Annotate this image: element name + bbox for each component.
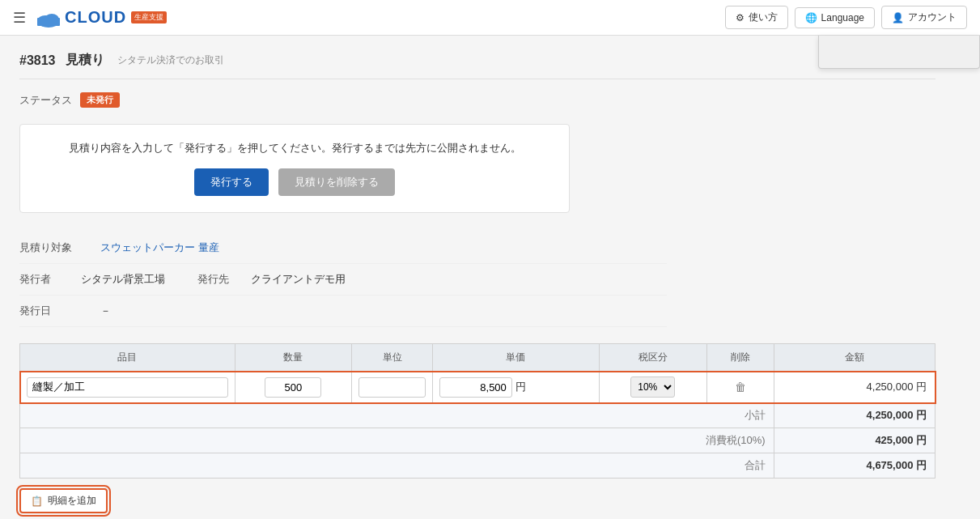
logo-text: CLOUD xyxy=(65,8,126,27)
dropdown-item-2[interactable] xyxy=(819,52,979,62)
item-unit-input[interactable] xyxy=(358,377,426,398)
tax-select[interactable]: 10% 8% 0% xyxy=(630,376,675,398)
status-badge: 未発行 xyxy=(80,92,120,108)
dropdown-item[interactable] xyxy=(819,42,979,52)
svg-rect-3 xyxy=(37,18,60,26)
status-row: ステータス 未発行 xyxy=(19,92,935,108)
header-right: ⚙ 使い方 🌐 Language 👤 アカウント xyxy=(725,6,967,29)
col-header-item: 品目 xyxy=(20,344,235,372)
table-row: 円 10% 8% 0% 🗑 4,250,000 円 xyxy=(20,372,935,403)
date-row: 発行日 － xyxy=(19,296,667,327)
tax-row: 消費税(10%) 425,000 円 xyxy=(20,428,935,453)
logo-badge: 生産支援 xyxy=(131,11,167,23)
cell-delete: 🗑 xyxy=(706,372,774,403)
cell-tax: 10% 8% 0% xyxy=(599,372,706,403)
quote-table: 品目 数量 単位 単価 税区分 削除 金額 xyxy=(19,343,935,479)
issuer-row: 発行者 シタテル背景工場 発行先 クライアントデモ用 xyxy=(19,264,667,296)
cell-unit xyxy=(352,372,433,403)
account-icon: 👤 xyxy=(892,12,904,23)
table-header-row: 品目 数量 単位 単価 税区分 削除 金額 xyxy=(20,344,935,372)
target-row: 見積り対象 スウェットパーカー 量産 xyxy=(19,232,667,264)
detail-section: 見積り対象 スウェットパーカー 量産 発行者 シタテル背景工場 発行先 クライア… xyxy=(19,232,667,327)
col-header-tax: 税区分 xyxy=(599,344,706,372)
info-message: 見積り内容を入力して「発行する」を押してください。発行するまでは先方に公開されま… xyxy=(36,141,553,155)
logo: CLOUD 生産支援 xyxy=(36,6,167,29)
tax-value: 425,000 円 xyxy=(774,428,935,453)
info-box: 見積り内容を入力して「発行する」を押してください。発行するまでは先方に公開されま… xyxy=(19,124,570,213)
dropdown-panel xyxy=(818,36,980,69)
add-row-label: 明細を追加 xyxy=(48,494,96,508)
add-row-button[interactable]: 📋 明細を追加 xyxy=(19,488,108,513)
cell-price: 円 xyxy=(432,372,599,403)
add-row-icon: 📋 xyxy=(31,496,43,507)
subtotal-value: 4,250,000 円 xyxy=(774,403,935,428)
page-id: #3813 xyxy=(19,53,56,68)
recipient-value: クライアントデモ用 xyxy=(251,272,346,287)
delete-row-button[interactable]: 🗑 xyxy=(735,381,746,394)
account-button[interactable]: 👤 アカウント xyxy=(881,6,967,29)
language-button[interactable]: 🌐 Language xyxy=(795,7,875,28)
page-title-row: #3813 見積り シタテル決済でのお取引 xyxy=(19,52,935,79)
target-label: 見積り対象 xyxy=(19,240,100,255)
table-header: 品目 数量 単位 単価 税区分 削除 金額 xyxy=(20,344,935,372)
language-icon: 🌐 xyxy=(805,12,817,23)
item-price-input[interactable] xyxy=(439,377,512,398)
header-left: ☰ CLOUD 生産支援 xyxy=(13,6,167,29)
issuer-group: 発行者 シタテル背景工場 xyxy=(19,272,165,287)
issuer-value: シタテル背景工場 xyxy=(81,272,165,287)
header: ☰ CLOUD 生産支援 ⚙ 使い方 🌐 Language 👤 アカウント xyxy=(0,0,980,36)
target-value: スウェットパーカー 量産 xyxy=(100,240,219,255)
language-label: Language xyxy=(821,12,864,23)
status-label: ステータス xyxy=(19,93,72,108)
tax-label: 消費税(10%) xyxy=(20,428,774,453)
recipient-label: 発行先 xyxy=(197,272,238,287)
page-name: 見積り xyxy=(66,52,104,69)
info-box-buttons: 発行する 見積りを削除する xyxy=(36,168,553,196)
total-value: 4,675,000 円 xyxy=(774,453,935,479)
date-value: － xyxy=(100,304,111,318)
cell-qty xyxy=(235,372,351,403)
target-link[interactable]: スウェットパーカー 量産 xyxy=(100,241,219,253)
total-row: 合計 4,675,000 円 xyxy=(20,453,935,479)
col-header-unit: 単位 xyxy=(352,344,433,372)
item-amount: 4,250,000 円 xyxy=(867,381,927,393)
issuer-label: 発行者 xyxy=(19,272,68,287)
subtotal-label: 小計 xyxy=(20,403,774,428)
page-subtitle: シタテル決済でのお取引 xyxy=(117,53,224,67)
publish-button[interactable]: 発行する xyxy=(194,168,269,196)
col-header-amount: 金額 xyxy=(774,344,935,372)
help-button[interactable]: ⚙ 使い方 xyxy=(725,6,788,29)
date-label: 発行日 xyxy=(19,304,100,318)
cell-amount: 4,250,000 円 xyxy=(774,372,935,403)
recipient-group: 発行先 クライアントデモ用 xyxy=(197,272,346,287)
price-unit: 円 xyxy=(515,380,526,394)
subtotal-row: 小計 4,250,000 円 xyxy=(20,403,935,428)
col-header-delete: 削除 xyxy=(706,344,774,372)
logo-cloud-icon xyxy=(36,6,62,29)
total-label: 合計 xyxy=(20,453,774,479)
item-name-input[interactable] xyxy=(27,377,228,398)
col-header-qty: 数量 xyxy=(235,344,351,372)
help-icon: ⚙ xyxy=(736,12,745,23)
delete-quote-button[interactable]: 見積りを削除する xyxy=(278,168,395,196)
main-content: #3813 見積り シタテル決済でのお取引 ステータス 未発行 見積り内容を入力… xyxy=(0,36,955,519)
hamburger-icon[interactable]: ☰ xyxy=(13,9,26,27)
help-label: 使い方 xyxy=(749,11,778,24)
item-qty-input[interactable] xyxy=(265,377,321,398)
account-label: アカウント xyxy=(908,11,957,24)
col-header-price: 単価 xyxy=(432,344,599,372)
cell-item xyxy=(20,372,235,403)
table-body: 円 10% 8% 0% 🗑 4,250,000 円 xyxy=(20,372,935,479)
